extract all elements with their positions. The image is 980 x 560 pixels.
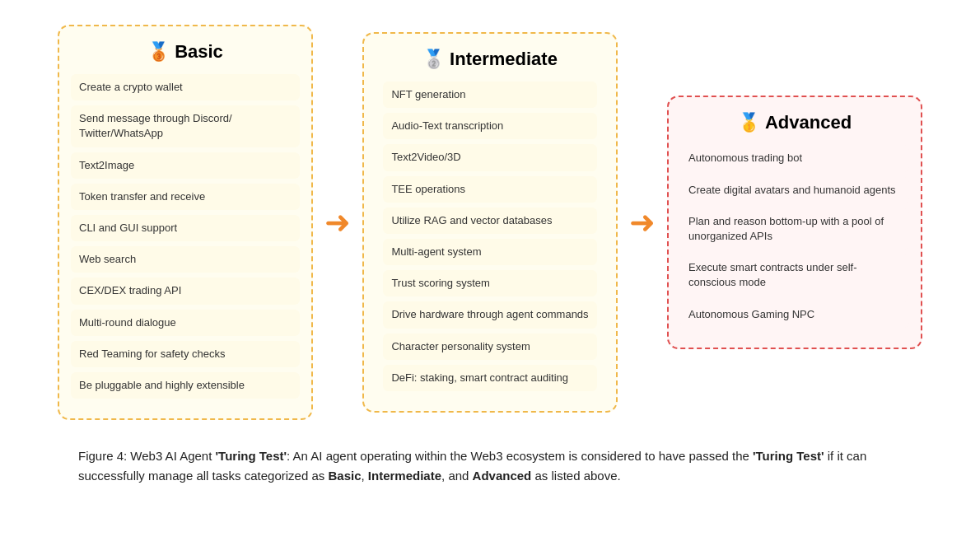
list-item: Token transfer and receive <box>71 184 300 210</box>
list-item: Text2Image <box>71 152 300 179</box>
list-item: TEE operations <box>383 176 596 203</box>
list-item: Text2Video/3D <box>383 144 596 170</box>
diagram-row: 🥉 Basic Create a crypto walletSend messa… <box>33 25 947 420</box>
caption-text-final: as listed above. <box>531 469 620 483</box>
advanced-title-text: Advanced <box>765 112 852 133</box>
intermediate-column: 🥈 Intermediate NFT generationAudio-Text … <box>362 32 618 413</box>
turing-test-label-1: 'Turing Test' <box>216 449 287 463</box>
list-item: Send message through Discord/ Twitter/Wh… <box>71 105 300 147</box>
advanced-title: 🥇 Advanced <box>738 112 852 133</box>
basic-items-container: Create a crypto walletSend message throu… <box>71 74 300 404</box>
advanced-items-container: Autonomous trading botCreate digital ava… <box>680 145 909 332</box>
intermediate-title-text: Intermediate <box>450 49 558 70</box>
list-item: Drive hardware through agent commands <box>383 301 596 328</box>
arrow-1-icon: ➜ <box>324 207 351 238</box>
basic-label: Basic <box>328 469 361 483</box>
list-item: Multi-round dialogue <box>71 310 300 336</box>
list-item: Plan and reason bottom-up with a pool of… <box>680 208 909 250</box>
list-item: Red Teaming for safety checks <box>71 341 300 367</box>
basic-title-text: Basic <box>175 41 223 63</box>
list-item: Multi-agent system <box>383 239 596 265</box>
list-item: Create digital avatars and humanoid agen… <box>680 177 909 203</box>
list-item: DeFi: staking, smart contract auditing <box>383 365 596 391</box>
advanced-label: Advanced <box>473 469 532 483</box>
intermediate-medal: 🥈 <box>422 49 445 70</box>
arrow-1-container: ➜ <box>313 207 362 238</box>
basic-title: 🥉 Basic <box>147 41 223 63</box>
list-item: Utilize RAG and vector databases <box>383 208 596 234</box>
list-item: CEX/DEX trading API <box>71 278 300 304</box>
list-item: Web search <box>71 246 300 273</box>
basic-medal: 🥉 <box>147 41 170 63</box>
list-item: Execute smart contracts under self-consc… <box>680 254 909 296</box>
list-item: Be pluggable and highly extensible <box>71 372 300 399</box>
figure-caption: Figure 4: Web3 AI Agent 'Turing Test': A… <box>78 443 902 486</box>
caption-comma2: , and <box>441 469 473 483</box>
figure-label: Figure 4: <box>78 449 127 463</box>
intermediate-label: Intermediate <box>368 469 441 483</box>
arrow-2-container: ➜ <box>618 207 667 238</box>
advanced-medal: 🥇 <box>738 112 760 133</box>
intermediate-title: 🥈 Intermediate <box>422 49 558 70</box>
list-item: Autonomous Gaming NPC <box>680 301 909 328</box>
list-item: CLI and GUI support <box>71 215 300 241</box>
intermediate-items-container: NFT generationAudio-Text transcriptionTe… <box>383 82 596 396</box>
caption-text-middle: : An AI agent operating within the Web3 … <box>287 449 753 463</box>
list-item: Trust scoring system <box>383 270 596 296</box>
turing-test-label-2: 'Turing Test' <box>753 449 824 463</box>
list-item: Audio-Text transcription <box>383 113 596 139</box>
list-item: NFT generation <box>383 82 596 108</box>
list-item: Autonomous trading bot <box>680 145 909 171</box>
list-item: Character personality system <box>383 334 596 360</box>
list-item: Create a crypto wallet <box>71 74 300 100</box>
caption-comma1: , <box>362 469 368 483</box>
advanced-column: 🥇 Advanced Autonomous trading botCreate … <box>667 96 922 348</box>
basic-column: 🥉 Basic Create a crypto walletSend messa… <box>58 25 313 420</box>
caption-text-before: Web3 AI Agent <box>127 449 215 463</box>
arrow-2-icon: ➜ <box>629 207 656 238</box>
